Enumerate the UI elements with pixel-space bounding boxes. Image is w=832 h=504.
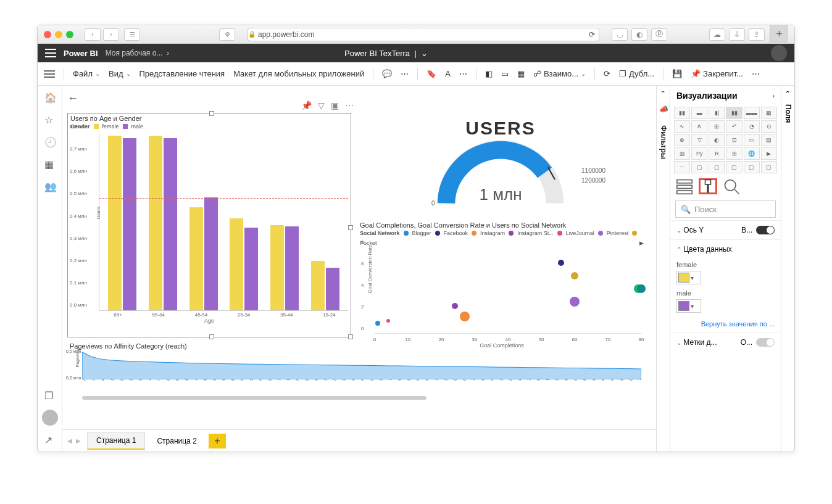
scatter-visual[interactable]: Goal Completions, Goal Conversion Rate и… <box>357 220 646 350</box>
viz-type-14[interactable]: ◐ <box>709 134 725 146</box>
gauge-visual[interactable]: USERS 0 1 млн 1100000 1200000 <box>359 118 643 223</box>
more2-icon[interactable]: ⋯ <box>459 69 467 78</box>
new-tab-button[interactable]: + <box>770 25 788 44</box>
app-launcher-icon[interactable] <box>45 49 56 57</box>
data-colors-property[interactable]: ⌃ Цвета данных <box>670 239 781 258</box>
filters-pane-label[interactable]: Фильтры <box>659 125 668 159</box>
add-page-button[interactable]: + <box>209 434 226 448</box>
prefs-button[interactable]: ⚙ <box>219 28 235 41</box>
toolbar-overflow[interactable]: ⋯ <box>752 69 760 78</box>
cloud-icon[interactable]: ☁ <box>709 28 725 41</box>
reset-colors-link[interactable]: Вернуть значения по ... <box>670 315 781 333</box>
save-icon[interactable]: 💾 <box>672 69 682 78</box>
viz-type-22[interactable]: 🌐 <box>744 147 760 160</box>
viz-collapse-icon[interactable]: › <box>773 93 775 99</box>
viz-type-4[interactable]: ▬▬ <box>744 107 760 119</box>
visual-pin-icon[interactable]: 📌 <box>301 101 312 110</box>
viz-type-8[interactable]: ⊞ <box>709 120 725 133</box>
comment-icon[interactable]: 💬 <box>382 69 392 78</box>
analytics-tab-icon[interactable] <box>722 178 741 194</box>
file-menu[interactable]: Файл ⌄ <box>73 69 100 78</box>
viz-type-26[interactable]: ▢ <box>709 161 725 173</box>
viz-type-23[interactable]: ▶ <box>761 147 777 160</box>
nav-back-button[interactable]: ‹ <box>85 28 101 41</box>
home-icon[interactable]: 🏠 <box>44 92 56 103</box>
shared-icon[interactable]: 👥 <box>44 181 56 192</box>
viz-type-27[interactable]: ▢ <box>726 161 742 173</box>
workspace-icon[interactable]: ❐ <box>44 390 56 401</box>
viz-type-9[interactable]: •° <box>726 120 742 133</box>
format-tab-icon[interactable] <box>699 178 717 194</box>
data-labels-property[interactable]: ⌄ Метки д... О... <box>670 333 781 352</box>
viz-type-6[interactable]: ∿ <box>674 120 690 133</box>
pocket-icon[interactable]: ◡ <box>612 28 628 41</box>
nav-forward-button[interactable]: › <box>103 28 119 41</box>
viz-type-29[interactable]: ▢ <box>761 161 777 173</box>
fields-pane-label[interactable]: Поля <box>784 104 792 123</box>
page-tab-1[interactable]: Страница 1 <box>87 432 145 450</box>
user-avatar[interactable] <box>771 45 787 61</box>
tab-next[interactable]: ▶ <box>76 437 81 444</box>
favorites-icon[interactable]: ☆ <box>44 114 56 125</box>
viz-type-21[interactable]: ⊞ <box>726 147 742 160</box>
address-bar[interactable]: 🔒 app.powerbi.com ⟳ <box>248 28 599 41</box>
page-tab-2[interactable]: Страница 2 <box>148 432 206 450</box>
viz-type-20[interactable]: R <box>709 147 725 160</box>
share-icon[interactable]: ⇪ <box>749 28 765 41</box>
viz-type-1[interactable]: ▬ <box>691 107 707 119</box>
male-color-picker[interactable]: ▾ <box>676 299 701 313</box>
copy-icon[interactable]: ❐ Дубл... <box>619 69 654 78</box>
viz-type-28[interactable]: ▢ <box>744 161 760 173</box>
y-axis-property[interactable]: ⌄ Ось Y В... <box>670 220 781 239</box>
visualizations-gallery[interactable]: ▮▮▬▮|▮▮▬▬▦∿⋔⊞•°◔⊙⊕▽◐⊡▭▤▥PyR⊞🌐▶⋯▢▢▢▢▢ <box>670 105 781 175</box>
pinterest-icon[interactable]: ⓟ <box>651 28 667 41</box>
viz-type-10[interactable]: ◔ <box>744 120 760 133</box>
viz-type-17[interactable]: ▤ <box>761 134 777 146</box>
textbox-icon[interactable]: A <box>445 69 451 78</box>
fields-collapse-icon[interactable]: ‹ <box>784 91 792 93</box>
sidebar-toggle-button[interactable]: ☰ <box>124 28 140 41</box>
bar-chart-visual[interactable]: Users по Age и Gender Gender female male… <box>67 113 351 337</box>
area-visual[interactable]: Pageviews по Affinity Category (reach) P… <box>67 341 641 403</box>
fields-tab-icon[interactable] <box>675 178 694 194</box>
reading-view-button[interactable]: Представление чтения <box>139 69 225 78</box>
window-controls[interactable] <box>44 31 73 38</box>
visual-filter-icon[interactable]: ▽ <box>318 101 325 110</box>
pin-button[interactable]: 📌 Закрепит... <box>691 69 743 78</box>
bookmark-icon[interactable]: 🔖 <box>426 69 436 78</box>
more-icon[interactable]: ⋯ <box>401 69 409 78</box>
refresh-icon[interactable]: ⟳ <box>604 69 610 78</box>
viz-type-7[interactable]: ⋔ <box>691 120 707 133</box>
filters-collapse-icon[interactable]: ‹ <box>660 91 667 93</box>
visual-more-icon[interactable]: ⋯ <box>345 101 354 110</box>
viz-type-18[interactable]: ▥ <box>674 147 690 160</box>
viz-type-16[interactable]: ▭ <box>744 134 760 146</box>
download-icon[interactable]: ⇩ <box>729 28 745 41</box>
viz-type-15[interactable]: ⊡ <box>726 134 742 146</box>
back-arrow-icon[interactable]: ← <box>67 92 78 105</box>
viz-type-13[interactable]: ▽ <box>691 134 707 146</box>
drill2-icon[interactable]: ▭ <box>501 69 509 78</box>
y-axis-toggle[interactable] <box>756 226 775 234</box>
hamburger-icon[interactable] <box>44 70 55 78</box>
apps-icon[interactable]: ▦ <box>44 159 56 170</box>
viz-type-3[interactable]: ▮▮ <box>726 107 742 119</box>
breadcrumb[interactable]: Моя рабочая о... › <box>106 49 169 57</box>
ghostery-icon[interactable]: ◐ <box>631 28 647 41</box>
data-labels-toggle[interactable] <box>756 338 775 347</box>
expand-icon[interactable]: ↗ <box>44 434 56 445</box>
tab-prev[interactable]: ◀ <box>67 437 72 444</box>
drill3-icon[interactable]: ▦ <box>517 69 525 78</box>
interactions-button[interactable]: ☍ Взаимо... ⌄ <box>533 69 586 78</box>
format-search-input[interactable]: 🔍 Поиск <box>675 200 776 218</box>
viz-type-24[interactable]: ⋯ <box>674 161 690 173</box>
visual-focus-icon[interactable]: ▣ <box>331 101 339 110</box>
viz-type-12[interactable]: ⊕ <box>674 134 690 146</box>
workspace-avatar[interactable] <box>42 410 58 426</box>
viz-type-2[interactable]: ▮| <box>709 107 725 119</box>
viz-type-25[interactable]: ▢ <box>691 161 707 173</box>
viz-type-0[interactable]: ▮▮ <box>674 107 690 119</box>
female-color-picker[interactable]: ▾ <box>676 271 701 284</box>
viz-type-11[interactable]: ⊙ <box>761 120 777 133</box>
viz-type-19[interactable]: Py <box>691 147 707 160</box>
